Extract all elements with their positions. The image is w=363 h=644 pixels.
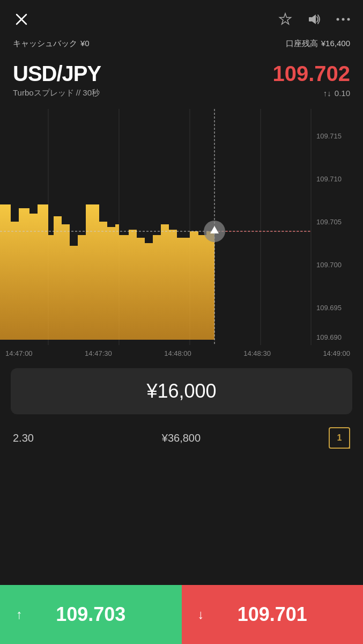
svg-text:109.710: 109.710 <box>316 175 342 183</box>
svg-point-5 <box>347 18 350 21</box>
cashback-value: ¥0 <box>80 39 90 49</box>
spread-icon: ↑↓ <box>323 89 331 98</box>
multiplier-value: 2.30 <box>13 432 34 444</box>
pair-label: Turboスプレッド // 30秒 <box>13 88 100 98</box>
close-button[interactable] <box>13 11 30 28</box>
favorite-button[interactable] <box>278 12 292 26</box>
balance-section: 口座残高 ¥16,400 <box>286 39 350 49</box>
time-label-3: 14:48:30 <box>243 349 271 357</box>
cashback-section: キャッシュバック ¥0 <box>13 39 90 49</box>
svg-point-4 <box>342 18 345 21</box>
cashback-label: キャッシュバック <box>13 39 77 49</box>
header-left <box>13 11 30 28</box>
amount-box[interactable]: ¥16,000 <box>11 368 352 414</box>
svg-text:109.695: 109.695 <box>316 304 342 312</box>
chart-type-icon[interactable]: 1 <box>329 427 350 449</box>
balance-label: 口座残高 <box>286 39 318 49</box>
amount-value: ¥16,000 <box>146 380 216 402</box>
sell-button-inner: ↓ 109.701 <box>182 603 364 626</box>
time-label-0: 14:47:00 <box>5 349 33 357</box>
balance-value: ¥16,400 <box>321 39 350 49</box>
stats-row: 2.30 ¥36,800 1 <box>0 421 363 455</box>
chart-svg: 109.715 109.710 109.705 109.700 109.695 … <box>0 109 363 345</box>
pair-name: USD/JPY <box>13 62 101 86</box>
svg-point-3 <box>337 18 339 21</box>
header-right <box>278 12 350 26</box>
pair-sub: Turboスプレッド // 30秒 ↑↓ 0.10 <box>13 88 350 98</box>
sell-arrow: ↓ <box>198 607 204 622</box>
sound-icon <box>307 12 321 26</box>
time-label-1: 14:47:30 <box>85 349 112 357</box>
svg-rect-18 <box>48 204 54 235</box>
pair-price: 109.702 <box>272 62 350 86</box>
chart-area[interactable]: 109.715 109.710 109.705 109.700 109.695 … <box>0 109 363 345</box>
star-icon <box>278 12 292 26</box>
spread-info: ↑↓ 0.10 <box>323 89 350 98</box>
more-icon <box>336 17 350 21</box>
pair-row: USD/JPY 109.702 <box>13 62 350 86</box>
buy-price: 109.703 <box>56 603 125 626</box>
buy-button[interactable]: ↑ 109.703 <box>0 585 182 644</box>
sell-button[interactable]: ↓ 109.701 <box>182 585 364 644</box>
svg-rect-2 <box>309 17 312 21</box>
info-row: キャッシュバック ¥0 口座残高 ¥16,400 <box>0 36 363 57</box>
time-axis: 14:47:00 14:47:30 14:48:00 14:48:30 14:4… <box>0 345 363 362</box>
svg-text:109.705: 109.705 <box>316 218 342 226</box>
close-icon <box>16 13 27 25</box>
trade-buttons: ↑ 109.703 ↓ 109.701 <box>0 585 363 644</box>
header <box>0 0 363 36</box>
sell-price: 109.701 <box>238 603 307 626</box>
svg-rect-19 <box>70 224 78 246</box>
time-label-2: 14:48:00 <box>164 349 191 357</box>
more-button[interactable] <box>336 17 350 21</box>
sound-button[interactable] <box>307 12 321 26</box>
spread-value: 0.10 <box>335 89 350 98</box>
svg-text:109.715: 109.715 <box>316 132 342 140</box>
buy-button-inner: ↑ 109.703 <box>0 603 182 626</box>
time-label-4: 14:49:00 <box>323 349 350 357</box>
pair-section: USD/JPY 109.702 Turboスプレッド // 30秒 ↑↓ 0.1… <box>0 57 363 100</box>
payout-value: ¥36,800 <box>162 432 201 444</box>
icon-number: 1 <box>337 433 342 443</box>
buy-arrow: ↑ <box>16 607 23 622</box>
svg-text:109.690: 109.690 <box>316 333 342 341</box>
svg-text:109.700: 109.700 <box>316 261 342 269</box>
